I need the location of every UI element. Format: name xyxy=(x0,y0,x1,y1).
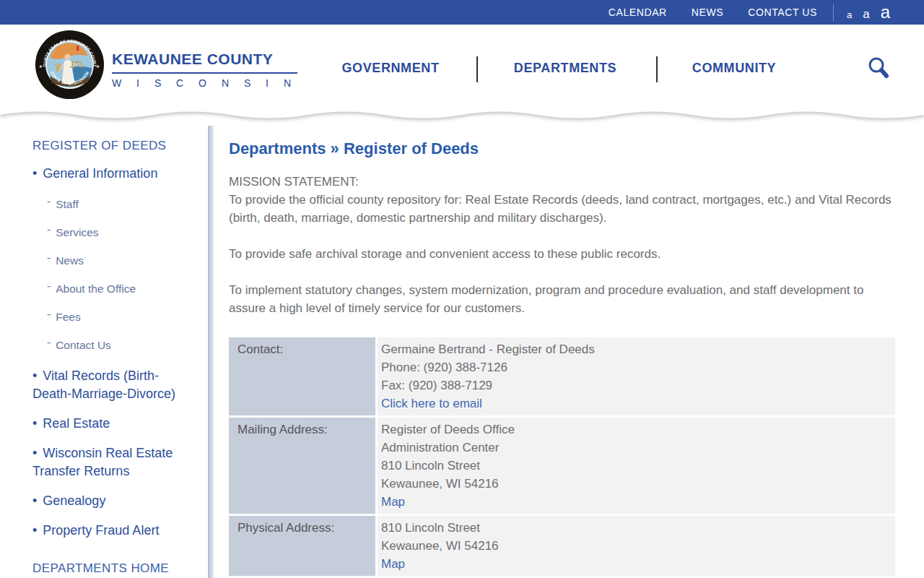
sidebar-item-genealogy[interactable]: •Genealogy xyxy=(32,492,193,510)
sidebar-item-label: News xyxy=(56,254,84,267)
sidebar-title: REGISTER OF DEEDS xyxy=(32,139,193,153)
contact-us-link[interactable]: CONTACT US xyxy=(748,7,817,18)
value-line: Kewaunee, WI 54216 xyxy=(381,537,888,555)
main-content: Departments » Register of Deeds MISSION … xyxy=(214,126,924,578)
value-line: Register of Deeds Office xyxy=(381,420,888,439)
row-label: Mailing Address: xyxy=(229,418,375,514)
value-line: Kewaunee, WI 54216 xyxy=(381,475,888,493)
sidebar-item-contact-us[interactable]: -Contact Us xyxy=(47,339,193,352)
font-size-controls: a a a xyxy=(847,4,890,21)
mission-paragraph: To implement statutory changes, system m… xyxy=(229,281,895,317)
bullet-marker: • xyxy=(32,493,37,508)
page-content: REGISTER OF DEEDS •General Information-S… xyxy=(0,126,924,578)
row-value: Register of Deeds OfficeAdministration C… xyxy=(378,418,895,514)
nav-divider xyxy=(656,56,658,82)
dash-marker: - xyxy=(47,251,51,264)
sidebar-item-label: Genealogy xyxy=(43,493,105,508)
mission-paragraph: To provide safe archival storage and con… xyxy=(229,245,895,263)
sidebar-item-label: Property Fraud Alert xyxy=(43,523,159,538)
sidebar-item-news[interactable]: -News xyxy=(47,254,193,267)
bullet-marker: • xyxy=(32,446,37,460)
dash-marker: - xyxy=(47,223,51,236)
bullet-marker: • xyxy=(32,166,37,181)
sidebar-item-label: Staff xyxy=(56,198,79,210)
value-line: Fax: (920) 388-7129 xyxy=(381,376,888,394)
dash-marker: - xyxy=(47,195,51,207)
map-link[interactable]: Map xyxy=(381,493,405,511)
sidebar-item-fees[interactable]: -Fees xyxy=(47,311,193,324)
seal-star-right: ★ xyxy=(96,64,100,69)
top-utility-bar: CALENDAR NEWS CONTACT US a a a xyxy=(0,0,924,25)
sidebar-item-staff[interactable]: -Staff xyxy=(47,198,193,211)
sidebar-item-about-the-office[interactable]: -About the Office xyxy=(47,282,193,296)
sidebar-item-vital-records-birth-death-marriage-divorce[interactable]: •Vital Records (Birth-Death-Marriage-Div… xyxy=(32,367,193,403)
row-value: Germaine Bertrand - Register of DeedsPho… xyxy=(378,337,895,415)
font-size-medium-button[interactable]: a xyxy=(863,8,869,20)
value-line: 810 Lincoln Street xyxy=(381,457,888,475)
table-row: Contact:Germaine Bertrand - Register of … xyxy=(229,337,895,415)
site-subtitle: W I S C O N S I N xyxy=(112,77,297,89)
sidebar-item-label: Real Estate xyxy=(43,416,110,431)
seal-lighthouse xyxy=(77,46,79,51)
sidebar-item-label: General Information xyxy=(43,166,157,181)
sidebar: REGISTER OF DEEDS •General Information-S… xyxy=(0,126,208,578)
table-row: Mailing Address:Register of Deeds Office… xyxy=(229,418,895,514)
sidebar-item-label: Contact Us xyxy=(56,339,111,351)
row-label: Contact: xyxy=(229,337,375,415)
value-line: Administration Center xyxy=(381,439,888,457)
calendar-link[interactable]: CALENDAR xyxy=(609,7,667,18)
county-seal-logo[interactable]: COUNTY SEAL OF KEWAUNEE COUNTY STATE OF … xyxy=(35,30,105,100)
sidebar-divider xyxy=(208,126,214,578)
sidebar-item-wisconsin-real-estate-transfer-returns[interactable]: •Wisconsin Real Estate Transfer Returns xyxy=(32,444,193,480)
row-value: 810 Lincoln StreetKewaunee, WI 54216Map xyxy=(378,516,895,576)
site-brand[interactable]: KEWAUNEE COUNTY W I S C O N S I N xyxy=(112,51,297,89)
dash-marker: - xyxy=(47,308,51,320)
breadcrumb: Departments » Register of Deeds xyxy=(229,139,895,158)
sidebar-item-general-information[interactable]: •General Information xyxy=(32,165,193,183)
sidebar-item-label: Services xyxy=(56,226,98,238)
page-title: Register of Deeds xyxy=(344,139,479,158)
site-title: KEWAUNEE COUNTY xyxy=(112,51,297,74)
bullet-marker: • xyxy=(32,368,37,383)
sidebar-departments-home-link[interactable]: DEPARTMENTS HOME xyxy=(32,561,193,576)
search-button[interactable] xyxy=(866,56,891,83)
bullet-marker: • xyxy=(32,416,37,431)
value-line: Germaine Bertrand - Register of Deeds xyxy=(381,340,888,358)
mission-statement-heading: MISSION STATEMENT: xyxy=(229,173,895,191)
value-line: Phone: (920) 388-7126 xyxy=(381,358,888,376)
nav-community[interactable]: COMMUNITY xyxy=(692,61,776,76)
sidebar-item-property-fraud-alert[interactable]: •Property Fraud Alert xyxy=(32,522,193,540)
contact-info-table: Contact:Germaine Bertrand - Register of … xyxy=(227,335,897,578)
breadcrumb-separator: » xyxy=(331,139,339,158)
dash-marker: - xyxy=(47,336,51,348)
mission-paragraph: To provide the official county repositor… xyxy=(229,191,895,227)
sidebar-item-label: Wisconsin Real Estate Transfer Returns xyxy=(32,446,173,478)
dash-marker: - xyxy=(47,280,51,292)
value-line: 810 Lincoln Street xyxy=(381,519,888,537)
font-size-large-button[interactable]: a xyxy=(881,4,890,21)
news-link[interactable]: NEWS xyxy=(692,7,723,18)
nav-divider xyxy=(476,56,478,82)
search-icon xyxy=(866,56,891,83)
sidebar-item-services[interactable]: -Services xyxy=(47,226,193,239)
seal-star-left: ★ xyxy=(39,64,43,69)
click-here-to-email-link[interactable]: Click here to email xyxy=(381,394,482,413)
nav-departments[interactable]: DEPARTMENTS xyxy=(514,61,616,76)
sidebar-item-label: About the Office xyxy=(56,282,136,295)
topbar-divider xyxy=(833,4,834,21)
table-row: Physical Address:810 Lincoln StreetKewau… xyxy=(229,516,895,576)
font-size-small-button[interactable]: a xyxy=(847,10,852,20)
sidebar-menu: •General Information-Staff-Services-News… xyxy=(32,165,193,540)
sidebar-item-label: Vital Records (Birth-Death-Marriage-Divo… xyxy=(32,368,175,401)
wave-divider xyxy=(0,104,924,126)
site-header: COUNTY SEAL OF KEWAUNEE COUNTY STATE OF … xyxy=(0,25,924,104)
breadcrumb-departments-link[interactable]: Departments xyxy=(229,139,326,158)
row-label: Physical Address: xyxy=(229,516,375,576)
sidebar-item-real-estate[interactable]: •Real Estate xyxy=(32,415,193,433)
nav-government[interactable]: GOVERNMENT xyxy=(341,61,439,76)
sidebar-item-label: Fees xyxy=(56,311,80,323)
map-link[interactable]: Map xyxy=(381,555,405,573)
bullet-marker: • xyxy=(32,523,37,538)
